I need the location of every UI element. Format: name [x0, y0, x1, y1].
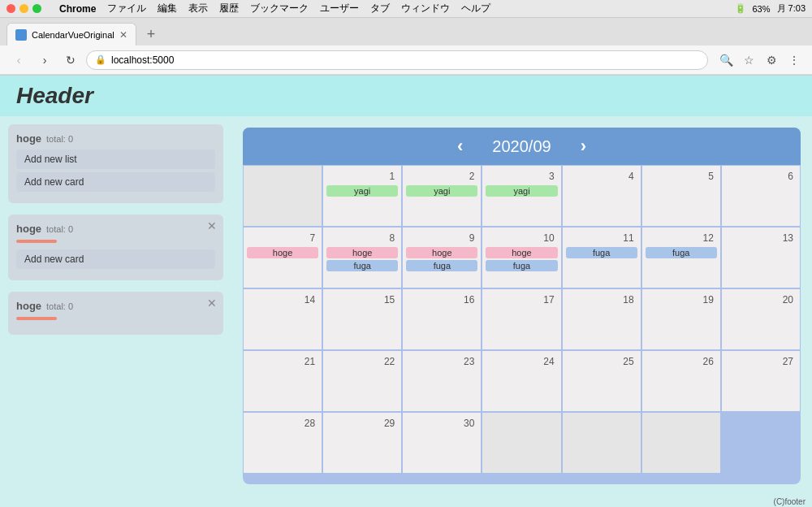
address-bar[interactable]: 🔒 localhost:5000	[86, 50, 708, 70]
cal-date-20: 20	[725, 292, 797, 307]
reload-button[interactable]: ↻	[60, 50, 81, 71]
add-new-card-button-0[interactable]: Add new card	[16, 172, 215, 192]
cal-date-22: 22	[326, 354, 398, 369]
cal-event-7-0[interactable]: hoge	[247, 247, 318, 258]
search-icon[interactable]: 🔍	[716, 50, 736, 70]
cal-date-21: 21	[247, 354, 318, 369]
cal-cell-2: 2yagi	[402, 165, 482, 227]
menu-edit[interactable]: 編集	[158, 2, 177, 15]
cal-cell-21: 21	[243, 350, 322, 412]
add-new-list-button[interactable]: Add new list	[16, 150, 215, 169]
cal-date-13: 13	[725, 231, 797, 245]
cal-event-9-0[interactable]: hoge	[406, 247, 477, 258]
cal-cell-3: 3yagi	[482, 165, 561, 227]
prev-month-button[interactable]: ‹	[452, 136, 468, 157]
cal-event-2-0[interactable]: yagi	[406, 185, 477, 197]
list-card-bar-1	[16, 240, 57, 243]
cal-event-8-0[interactable]: hoge	[326, 247, 398, 258]
cal-cell-32	[562, 412, 641, 474]
bookmark-icon[interactable]: ☆	[739, 50, 758, 70]
menu-bookmarks[interactable]: ブックマーク	[250, 2, 309, 15]
menu-file[interactable]: ファイル	[107, 2, 146, 15]
cal-event-8-1[interactable]: fuga	[326, 260, 398, 271]
app-content: Header hoge total: 0 Add new list Add ne…	[0, 76, 812, 507]
browser-tab[interactable]: CalendarVueOriginal ✕	[6, 23, 136, 46]
list-card-bar-2	[16, 317, 57, 320]
list-card-header-0: hoge total: 0	[16, 132, 215, 145]
cal-events-7: hoge	[247, 247, 318, 258]
cal-cell-26: 26	[641, 350, 721, 412]
header-title: Header	[16, 83, 93, 109]
list-card-title-1: hoge	[16, 223, 41, 235]
cal-date-12: 12	[646, 231, 717, 245]
list-card-1: ✕ hoge total: 0 Add new card	[8, 214, 223, 280]
cal-date-14: 14	[247, 292, 318, 307]
cal-events-1: yagi	[326, 185, 398, 197]
back-button[interactable]: ‹	[8, 50, 29, 71]
tab-close-button[interactable]: ✕	[119, 29, 127, 41]
calendar-area: ‹ 2020/09 › 1yagi2yagi3yagi4567hoge8hoge…	[231, 116, 812, 496]
next-month-button[interactable]: ›	[576, 136, 591, 157]
app-footer: (C)footer	[0, 496, 812, 507]
cal-events-8: hogefuga	[326, 247, 398, 271]
close-button[interactable]	[6, 4, 15, 13]
new-tab-button[interactable]: +	[140, 23, 162, 46]
menu-help[interactable]: ヘルプ	[461, 2, 490, 15]
extensions-icon[interactable]: ⚙	[762, 50, 781, 70]
cal-date-4: 4	[566, 169, 637, 184]
menu-window[interactable]: ウィンドウ	[401, 2, 450, 15]
list-card-title-0: hoge	[16, 132, 41, 145]
cal-date-11: 11	[566, 231, 637, 245]
cal-cell-24: 24	[482, 350, 561, 412]
list-card-title-2: hoge	[16, 300, 41, 312]
cal-date-25: 25	[566, 354, 637, 369]
menubar-right: 🔋 63% 月 7:03	[735, 2, 806, 15]
cal-event-9-1[interactable]: fuga	[406, 260, 477, 271]
clock: 月 7:03	[777, 2, 806, 15]
nav-icons: 🔍 ☆ ⚙ ⋮	[716, 50, 804, 70]
list-card-total-2: total: 0	[46, 301, 73, 311]
list-card-close-1[interactable]: ✕	[207, 219, 217, 232]
cal-cell-5: 5	[641, 165, 721, 227]
nav-bar: ‹ › ↻ 🔒 localhost:5000 🔍 ☆ ⚙ ⋮	[0, 46, 812, 75]
cal-event-12-0[interactable]: fuga	[646, 247, 717, 258]
cal-cell-13: 13	[721, 227, 801, 288]
menu-history[interactable]: 履歴	[219, 2, 239, 15]
cal-event-10-0[interactable]: hoge	[486, 247, 557, 258]
tab-bar: CalendarVueOriginal ✕ +	[0, 18, 812, 46]
cal-cell-10: 10hogefuga	[482, 227, 561, 288]
minimize-button[interactable]	[19, 4, 28, 13]
fullscreen-button[interactable]	[32, 4, 41, 13]
cal-date-16: 16	[406, 292, 477, 307]
cal-event-10-1[interactable]: fuga	[486, 260, 557, 271]
menu-icon[interactable]: ⋮	[784, 50, 804, 70]
cal-date-6: 6	[725, 169, 797, 184]
cal-cell-31	[482, 412, 561, 474]
cal-event-3-0[interactable]: yagi	[486, 185, 557, 197]
menu-view[interactable]: 表示	[188, 2, 208, 15]
tab-title: CalendarVueOriginal	[32, 30, 114, 40]
menu-user[interactable]: ユーザー	[320, 2, 359, 15]
cal-date-15: 15	[326, 292, 398, 307]
cal-date-9: 9	[406, 231, 477, 245]
cal-date-26: 26	[646, 354, 717, 369]
list-card-header-2: hoge total: 0	[16, 300, 215, 312]
cal-cell-15: 15	[322, 288, 402, 350]
cal-cell-18: 18	[562, 288, 641, 350]
cal-events-11: fuga	[566, 247, 637, 258]
cal-cell-22: 22	[322, 350, 402, 412]
browser-chrome: CalendarVueOriginal ✕ + ‹ › ↻ 🔒 localhos…	[0, 18, 812, 76]
menu-tab[interactable]: タブ	[370, 2, 390, 15]
list-card-close-2[interactable]: ✕	[207, 297, 217, 310]
cal-cell-30: 30	[402, 412, 482, 474]
cal-date-8: 8	[326, 231, 398, 245]
cal-events-9: hogefuga	[406, 247, 477, 271]
add-new-card-button-1[interactable]: Add new card	[16, 249, 215, 269]
cal-event-11-0[interactable]: fuga	[566, 247, 637, 258]
wifi-icon: 🔋	[735, 3, 746, 14]
cal-cell-16: 16	[402, 288, 482, 350]
forward-button[interactable]: ›	[34, 50, 55, 71]
cal-cell-25: 25	[562, 350, 641, 412]
cal-date-5: 5	[646, 169, 717, 184]
cal-event-1-0[interactable]: yagi	[326, 185, 398, 197]
